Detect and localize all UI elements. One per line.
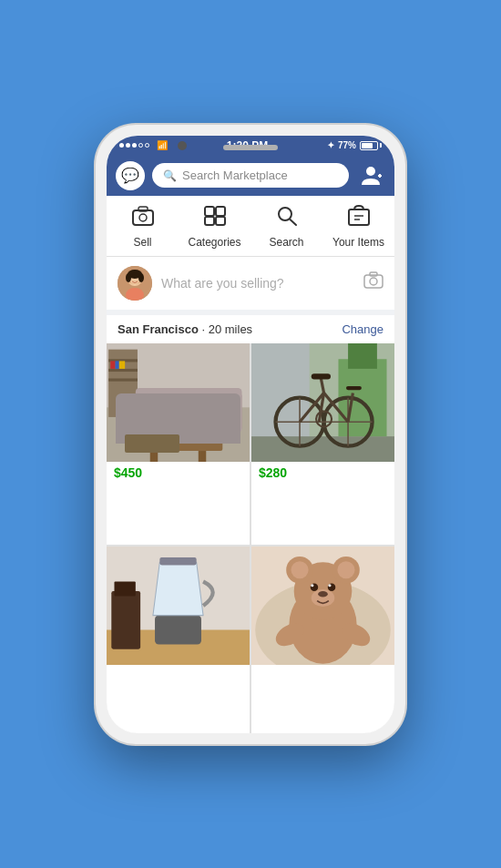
bluetooth-icon: ✦: [327, 140, 334, 150]
signal-dot-3: [132, 143, 137, 148]
tab-search[interactable]: Search: [250, 205, 322, 249]
status-left: 📶: [119, 140, 168, 150]
bike-image: [251, 343, 394, 462]
listing-blender[interactable]: [107, 546, 250, 733]
svg-rect-36: [136, 388, 242, 400]
svg-point-10: [279, 208, 291, 220]
listing-sofa[interactable]: $450: [107, 343, 250, 545]
svg-rect-33: [116, 361, 119, 368]
location-bar: San Francisco · 20 miles Change: [107, 315, 394, 343]
profile-icon: [358, 163, 383, 189]
tab-categories[interactable]: Categories: [179, 205, 250, 249]
signal-bars: [119, 143, 149, 148]
sell-label: Sell: [133, 236, 151, 249]
svg-rect-63: [155, 615, 201, 644]
svg-line-11: [290, 220, 296, 225]
sofa-price: $450: [107, 462, 250, 485]
messenger-button[interactable]: 💬: [116, 161, 145, 190]
your-items-label: Your Items: [332, 236, 384, 249]
search-tab-icon: [275, 205, 299, 232]
search-bar[interactable]: 🔍 Search Marketplace: [152, 163, 349, 188]
bike-price: $280: [251, 462, 394, 485]
change-location-button[interactable]: Change: [342, 322, 383, 336]
svg-rect-38: [228, 393, 242, 431]
svg-rect-39: [145, 431, 222, 450]
svg-rect-27: [107, 407, 250, 462]
nav-bar: 💬 🔍 Search Marketplace: [107, 156, 394, 196]
wifi-icon: 📶: [157, 140, 168, 150]
svg-rect-40: [150, 451, 158, 462]
messenger-icon: 💬: [121, 167, 139, 184]
location-text: San Francisco · 20 miles: [118, 322, 252, 336]
svg-rect-34: [119, 361, 125, 368]
svg-rect-23: [364, 275, 383, 288]
svg-rect-46: [348, 343, 377, 369]
battery-icon: [360, 141, 382, 150]
action-tabs: Sell Categories: [107, 196, 394, 257]
svg-rect-41: [199, 451, 206, 462]
blender-price: [107, 665, 250, 674]
svg-point-0: [366, 167, 375, 176]
svg-rect-57: [312, 373, 331, 379]
svg-rect-35: [136, 393, 242, 431]
categories-icon: [203, 205, 227, 232]
battery-fill: [362, 143, 373, 148]
svg-point-74: [337, 561, 354, 578]
phone-speaker: [223, 145, 278, 150]
listing-bike[interactable]: $280: [251, 343, 394, 545]
svg-rect-30: [108, 368, 138, 371]
signal-dot-5: [145, 143, 149, 148]
svg-rect-64: [159, 557, 196, 564]
svg-rect-7: [216, 207, 225, 216]
battery-tip: [380, 143, 382, 148]
listings-grid: $450: [107, 343, 394, 733]
user-avatar: [118, 266, 152, 301]
signal-dot-2: [126, 143, 130, 148]
blender-image: [107, 546, 250, 665]
svg-rect-6: [205, 207, 214, 216]
teddy-image: [251, 546, 394, 665]
svg-rect-5: [138, 207, 148, 211]
avatar-image: [118, 266, 152, 301]
sell-input-placeholder[interactable]: What are you selling?: [161, 276, 354, 291]
teddy-price: [251, 665, 394, 674]
svg-point-80: [318, 591, 328, 597]
phone-frame: 📶 1:20 PM ✦ 77% 💬 🔍 Search Ma: [96, 125, 405, 744]
sofa-image: [107, 343, 250, 462]
svg-rect-31: [108, 378, 138, 381]
camera-button[interactable]: [363, 271, 383, 294]
profile-button[interactable]: [356, 161, 385, 190]
svg-rect-8: [205, 217, 214, 225]
battery-percent: 77%: [338, 140, 356, 150]
battery-bar: [360, 141, 378, 150]
svg-rect-9: [216, 217, 225, 225]
camera-icon: [363, 271, 383, 290]
phone-screen: 📶 1:20 PM ✦ 77% 💬 🔍 Search Ma: [107, 136, 394, 733]
search-placeholder: Search Marketplace: [182, 168, 288, 182]
svg-rect-65: [111, 591, 140, 649]
signal-dot-1: [119, 143, 124, 148]
signal-dot-4: [138, 143, 143, 148]
svg-rect-44: [251, 436, 394, 462]
svg-rect-32: [110, 361, 115, 368]
svg-point-78: [328, 584, 331, 587]
svg-rect-37: [136, 393, 150, 431]
svg-point-21: [138, 273, 144, 282]
sell-icon: [131, 205, 155, 232]
categories-label: Categories: [188, 236, 240, 249]
tab-your-items[interactable]: Your Items: [322, 205, 394, 249]
svg-point-24: [370, 278, 377, 285]
svg-point-4: [139, 214, 147, 221]
svg-rect-3: [133, 210, 153, 225]
search-label: Search: [269, 236, 303, 249]
location-city: San Francisco: [118, 322, 199, 336]
svg-rect-66: [114, 581, 135, 596]
svg-point-77: [311, 584, 313, 587]
search-icon: 🔍: [163, 169, 177, 182]
svg-point-20: [126, 273, 131, 282]
phone-camera: [178, 141, 187, 150]
listing-teddy[interactable]: [251, 546, 394, 733]
tab-sell[interactable]: Sell: [107, 205, 179, 249]
svg-rect-25: [370, 272, 377, 276]
your-items-icon: [347, 205, 371, 232]
